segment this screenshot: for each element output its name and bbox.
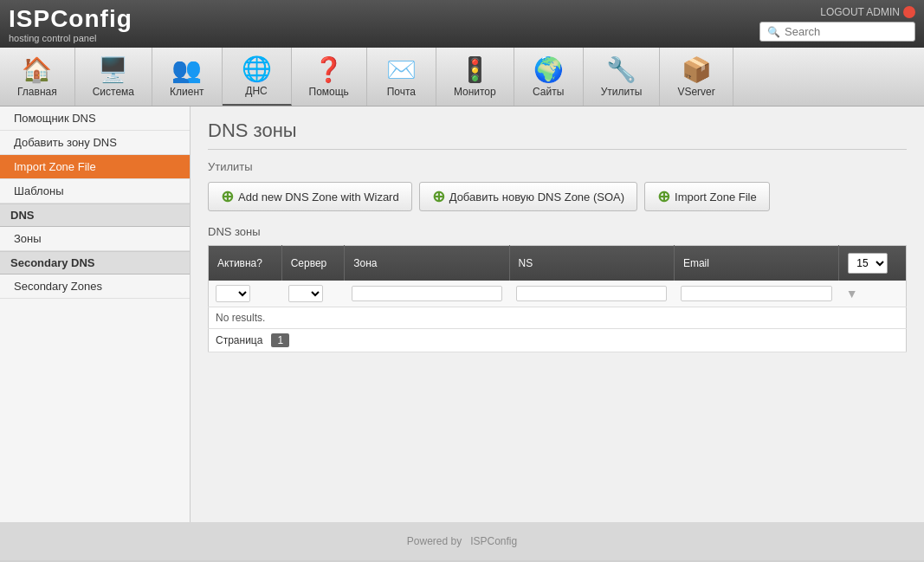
mail-icon: ✉️	[386, 55, 417, 84]
logout-area[interactable]: LOGOUT ADMIN	[820, 6, 915, 18]
tools-icon: 🔧	[606, 55, 636, 84]
sidebar-item-secondary-zones[interactable]: Secondary Zones	[0, 275, 190, 299]
content-area: DNS зоны Утилиты ⊕ Add new DNS Zone with…	[191, 107, 924, 522]
nav-item-home[interactable]: 🏠 Главная	[0, 48, 75, 106]
logo-text: ISPConfig	[9, 5, 132, 33]
dns-table: Активна?СерверЗонаNSEmail 153050	[208, 245, 907, 352]
no-results-text: No results.	[216, 312, 265, 324]
action-buttons: ⊕ Add new DNS Zone with Wizard⊕ Добавить…	[208, 182, 907, 211]
btn-import-plus-icon: ⊕	[657, 189, 670, 204]
page-title: DNS зоны	[208, 120, 907, 150]
search-icon: 🔍	[767, 26, 780, 38]
dns-icon: 🌐	[242, 55, 272, 83]
nav-label-home: Главная	[17, 86, 57, 98]
nav-bar: 🏠 Главная🖥️ Система👥 Клиент🌐 ДНС❓ Помощь…	[0, 48, 924, 107]
footer-brand[interactable]: ISPConfig	[470, 535, 517, 547]
nav-item-dns[interactable]: 🌐 ДНС	[223, 48, 292, 106]
logo-area: ISPConfig hosting control panel	[9, 5, 132, 43]
filter-email	[674, 281, 838, 307]
table-header-row: Активна?СерверЗонаNSEmail 153050	[209, 246, 907, 281]
nav-label-help: Помощь	[309, 86, 349, 98]
nav-label-tools: Утилиты	[601, 86, 643, 98]
nav-item-vserver[interactable]: 📦 VServer	[660, 48, 733, 106]
nav-item-monitor[interactable]: 🚦 Монитор	[436, 48, 514, 106]
col-header-active: Активна?	[209, 246, 282, 281]
filter-server	[281, 281, 345, 307]
col-header-email: Email	[674, 246, 838, 281]
filter-active	[209, 281, 282, 307]
logout-text: LOGOUT ADMIN	[820, 6, 900, 18]
utilities-label: Утилиты	[208, 160, 907, 173]
sidebar: Помощник DNSДобавить зону DNSImport Zone…	[0, 107, 191, 522]
btn-wizard[interactable]: ⊕ Add new DNS Zone with Wizard	[208, 182, 412, 211]
nav-label-mail: Почта	[387, 86, 416, 98]
table-header: Активна?СерверЗонаNSEmail 153050	[209, 246, 907, 281]
nav-item-tools[interactable]: 🔧 Утилиты	[584, 48, 661, 106]
btn-wizard-plus-icon: ⊕	[221, 189, 234, 204]
sidebar-section-dns-group: DNS	[0, 203, 190, 227]
perpage-select[interactable]: 153050	[848, 253, 888, 274]
client-icon: 👥	[171, 55, 202, 84]
sidebar-item-zones[interactable]: Зоны	[0, 227, 190, 251]
dns-zones-label: DNS зоны	[208, 225, 907, 238]
system-icon: 🖥️	[98, 55, 128, 84]
home-icon: 🏠	[22, 55, 52, 84]
pagination-cell: Страница 1	[209, 329, 907, 352]
search-box: 🔍	[759, 22, 915, 42]
nav-item-help[interactable]: ❓ Помощь	[292, 48, 367, 106]
sidebar-item-dns-wizard[interactable]: Помощник DNS	[0, 107, 190, 131]
logo-subtitle: hosting control panel	[9, 33, 132, 43]
pagination-label: Страница	[216, 334, 262, 346]
col-header-ns: NS	[509, 246, 674, 281]
filter-zone-input[interactable]	[352, 286, 502, 301]
sidebar-item-import-zone[interactable]: Import Zone File	[0, 155, 190, 179]
help-icon: ❓	[313, 55, 344, 84]
filter-icon: ▼	[846, 287, 858, 300]
filter-zone	[345, 281, 509, 307]
nav-item-client[interactable]: 👥 Клиент	[152, 48, 223, 106]
nav-item-system[interactable]: 🖥️ Система	[75, 48, 152, 106]
pagination-row: Страница 1	[209, 329, 907, 352]
filter-ns-input[interactable]	[516, 286, 667, 301]
footer-text: Powered by	[407, 535, 462, 547]
nav-label-client: Клиент	[170, 86, 204, 98]
header-right: LOGOUT ADMIN 🔍	[759, 6, 915, 42]
filter-server-select[interactable]	[288, 285, 323, 302]
no-results-cell: No results.	[209, 307, 907, 329]
col-header-server: Сервер	[281, 246, 345, 281]
btn-soa-label: Добавить новую DNS Zone (SOA)	[449, 191, 624, 203]
col-header-zone: Зона	[345, 246, 509, 281]
filter-row: ▼	[209, 281, 907, 307]
btn-import-label: Import Zone File	[675, 191, 757, 203]
col-header-perpage: 153050	[839, 246, 907, 281]
header: ISPConfig hosting control panel LOGOUT A…	[0, 0, 924, 48]
logout-icon	[903, 6, 915, 18]
filter-ns	[509, 281, 674, 307]
filter-active-select[interactable]	[216, 285, 250, 302]
sidebar-item-templates[interactable]: Шаблоны	[0, 179, 190, 203]
page-number[interactable]: 1	[271, 333, 289, 347]
nav-label-vserver: VServer	[677, 86, 714, 98]
nav-label-monitor: Монитор	[454, 86, 496, 98]
btn-import[interactable]: ⊕ Import Zone File	[644, 182, 770, 211]
table-body: ▼ No results. Страница 1	[209, 281, 907, 352]
footer: Powered by ISPConfig	[0, 522, 924, 560]
sidebar-section-secondary-dns-group: Secondary DNS	[0, 251, 190, 275]
no-results-row: No results.	[209, 307, 907, 329]
main-wrapper: Помощник DNSДобавить зону DNSImport Zone…	[0, 107, 924, 522]
nav-item-mail[interactable]: ✉️ Почта	[367, 48, 436, 106]
filter-email-input[interactable]	[681, 286, 831, 301]
nav-label-dns: ДНС	[245, 85, 267, 97]
sites-icon: 🌍	[533, 55, 564, 84]
nav-item-sites[interactable]: 🌍 Сайты	[514, 48, 584, 106]
search-input[interactable]	[785, 25, 906, 38]
filter-action: ▼	[839, 281, 907, 307]
vserver-icon: 📦	[682, 55, 712, 84]
sidebar-item-add-zone[interactable]: Добавить зону DNS	[0, 131, 190, 155]
btn-soa[interactable]: ⊕ Добавить новую DNS Zone (SOA)	[419, 182, 637, 211]
monitor-icon: 🚦	[460, 55, 490, 84]
nav-label-system: Система	[93, 86, 134, 98]
btn-soa-plus-icon: ⊕	[432, 189, 445, 204]
btn-wizard-label: Add new DNS Zone with Wizard	[238, 191, 399, 203]
nav-label-sites: Сайты	[533, 86, 564, 98]
